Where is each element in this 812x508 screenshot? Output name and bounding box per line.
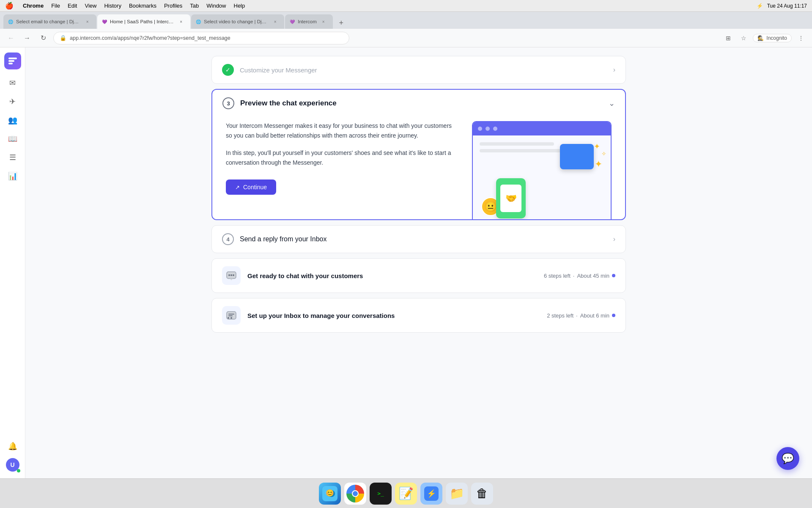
menu-edit[interactable]: Edit [68,3,77,9]
tab-favicon-3: 🌐 [195,19,201,25]
svg-text:😊: 😊 [326,489,334,497]
section-meta-sep-1: · [573,273,575,279]
step-4-collapsed[interactable]: 4 Send a reply from your Inbox › [212,226,625,253]
cast-icon[interactable]: ⊞ [722,32,734,44]
step-3-card: 3 Preview the chat experience ⌄ Your Int… [211,89,626,220]
sidebar-logo[interactable] [4,52,21,69]
tab-close-4[interactable]: × [320,18,327,25]
menu-tab[interactable]: Tab [190,3,199,9]
step-3-number: 3 [222,97,234,109]
illus-dot-1 [478,127,482,131]
incognito-badge[interactable]: 🕵 Incognito [753,34,792,42]
messenger-window: 😐 🤝 ✦ ✧ [472,121,612,220]
menu-bookmarks[interactable]: Bookmarks [129,3,156,9]
step-3-chevron[interactable]: ⌄ [609,99,615,108]
dock-folder[interactable]: 📁 [446,483,468,505]
browser-window: 🌐 Select email to change | Djang... × 💜 … [0,12,812,478]
new-tab-button[interactable]: + [335,17,347,29]
incognito-icon: 🕵 [757,35,764,41]
tab-close-3[interactable]: × [272,18,278,25]
section-chat-time: About 45 min [577,273,609,279]
reload-button[interactable]: ↻ [37,32,49,44]
illus-dot-2 [486,127,490,131]
svg-point-7 [233,274,234,276]
url-bar[interactable]: 🔒 app.intercom.com/a/apps/nqe7r2fw/home?… [53,32,349,44]
menu-time: Tue 24 Aug 11:17 [767,3,807,9]
external-link-icon: ↗ [235,184,240,190]
section-inbox-icon [222,306,241,325]
dock-finder[interactable]: 😊 [319,483,341,505]
section-inbox-meta: 2 steps left · About 6 min [547,312,615,319]
sidebar-item-contacts[interactable]: 👥 [4,112,21,129]
tab-close-1[interactable]: × [84,18,91,25]
tab-intercom-home[interactable]: 💜 Home | SaaS Paths | Intercom × [97,14,190,29]
floating-chat-button[interactable]: 💬 [776,447,799,470]
tab-django-email[interactable]: 🌐 Select email to change | Djang... × [3,14,96,29]
tab-title-4: Intercom [298,19,317,24]
lock-icon: 🔒 [60,35,66,41]
menu-button[interactable]: ⋮ [795,32,807,44]
menu-view[interactable]: View [85,3,96,9]
section-chat-meta: 6 steps left · About 45 min [544,273,615,279]
sidebar-item-notifications[interactable]: 🔔 [4,438,21,455]
step-3-desc-2: In this step, you'll put yourself in you… [226,148,455,168]
forward-button[interactable]: → [21,32,33,44]
step-4-chevron: › [613,235,615,243]
svg-rect-0 [8,58,17,59]
step-1-check: ✓ [222,64,234,76]
dock-chrome[interactable] [344,483,366,505]
sidebar-item-help[interactable]: 📖 [4,130,21,147]
blue-card [560,144,594,169]
section-inbox-steps: 2 steps left [547,312,573,319]
url-text: app.intercom.com/a/apps/nqe7r2fw/home?st… [70,35,230,41]
dock-terminal[interactable]: >_ [370,483,392,505]
illus-dot-3 [493,127,497,131]
dock-files[interactable]: ⚡ [420,483,442,505]
sidebar-item-inbox[interactable]: ✉ [4,75,21,91]
tab-close-2[interactable]: × [178,18,184,25]
svg-point-12 [228,317,229,319]
svg-text:⚡: ⚡ [427,489,436,498]
sidebar-item-reports[interactable]: 📊 [4,168,21,185]
svg-rect-11 [228,315,233,316]
sidebar-item-avatar[interactable]: U [4,456,21,473]
bookmark-icon[interactable]: ☆ [738,32,749,44]
section-inbox-card[interactable]: Set up your Inbox to manage your convers… [211,298,626,333]
step-1-completed[interactable]: ✓ Customize your Messenger › [212,56,625,83]
page-content: ✓ Customize your Messenger › 3 Preview t… [25,47,812,478]
menu-window[interactable]: Window [206,3,226,9]
svg-rect-2 [8,63,13,64]
avatar-online-dot [17,469,20,472]
menu-file[interactable]: File [51,3,60,9]
menu-help[interactable]: Help [234,3,245,9]
sidebar-item-outbound[interactable]: ✈ [4,93,21,110]
app-menu-chrome[interactable]: Chrome [23,3,44,9]
tab-intercom[interactable]: 💜 Intercom × [285,14,333,29]
dock-trash[interactable]: 🗑 [471,483,493,505]
address-bar: ← → ↻ 🔒 app.intercom.com/a/apps/nqe7r2fw… [0,29,812,47]
tab-django-video[interactable]: 🌐 Select video to change | Djang... × [191,14,284,29]
illus-body: 😐 🤝 ✦ ✧ [473,135,611,220]
illus-line-1 [480,142,554,146]
svg-point-6 [230,274,232,276]
incognito-label: Incognito [766,35,787,41]
apple-menu[interactable]: 🍎 [5,2,14,10]
back-button[interactable]: ← [5,32,17,44]
menu-history[interactable]: History [104,3,121,9]
continue-button[interactable]: ↗ Continue [226,179,276,195]
section-chat-card[interactable]: Get ready to chat with your customers 6 … [211,258,626,293]
step-1-card: ✓ Customize your Messenger › [211,56,626,84]
sparkle-2: ✧ [601,150,606,157]
menu-bar: 🍎 Chrome File Edit View History Bookmark… [0,0,812,12]
tab-favicon-2: 💜 [102,19,107,25]
step-3-illustration: 😐 🤝 ✦ ✧ [472,121,612,206]
tab-favicon-4: 💜 [289,19,295,25]
dock-notes[interactable]: 📝 [395,483,417,505]
step-3-header[interactable]: 3 Preview the chat experience ⌄ [212,90,625,117]
tab-title-2: Home | SaaS Paths | Intercom [110,19,174,24]
menu-profiles[interactable]: Profiles [164,3,182,9]
sidebar-item-reports-list[interactable]: ☰ [4,149,21,166]
svg-rect-10 [228,314,234,315]
chrome-icon [346,485,364,502]
step-3-title: Preview the chat experience [240,99,603,108]
